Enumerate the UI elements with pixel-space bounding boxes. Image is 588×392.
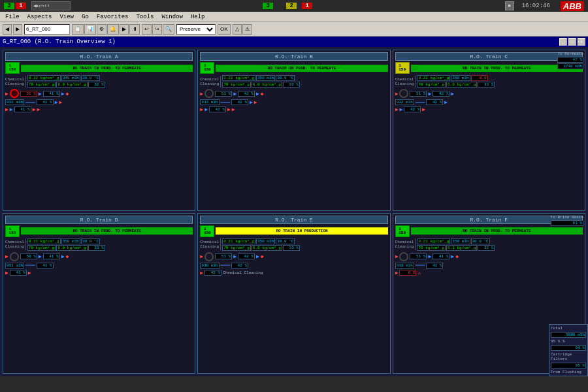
val-F-flow: 933 m3h [395,263,414,269]
path-input[interactable] [24,24,70,35]
val-C-p2: 6.0 kg/cm²_g [446,82,477,88]
pump-row-B-3: ▶ ▶ 42 % ▶ ▶ [200,106,387,112]
valve-A-4: ◆ [65,91,69,97]
chem-clean-C1: ChemicalCleaning [395,77,414,86]
val-A-pump3-pct: 41 % [37,99,54,105]
valve-A-6: ▶ [59,99,63,105]
valve-A-5: ▶ [55,99,58,105]
menu-bar: File Aspects View Go Favorites Tools Win… [0,12,588,22]
train-E-status-row: 1150 RO TRAIN IN PRODUCTION [200,225,387,237]
tool-btn-4[interactable]: 🔔 [107,24,119,35]
val-E-pump-pct: 51 % [215,253,232,259]
tool-btn-2[interactable]: 📊 [84,24,96,35]
valve-B-6: ▶ [254,99,257,105]
tool-btn-6[interactable]: ⏸ [129,24,140,35]
val-B-pump4-pct: 42 % [209,106,226,112]
val-D-pump-pct: 50 % [20,253,37,259]
meas-A-1: 0.22 kg/cm²_g 349 m3h 30.0 °C [27,75,105,81]
train-D-status-row: 1150 RO TRAIN IN PROD. TO PERMEATE [5,225,193,237]
win-close[interactable]: ✕ [578,38,585,46]
train-F-indicator: 1150 [395,225,410,237]
top-badge-bar: 3 1 ◀▶↩↪⬆⬇ 3 2 1 ■ 16:02:46 ABB [0,0,588,12]
nav-buttons: ◀ ▶ [3,24,22,35]
train-D-indicator: 1150 [5,225,20,237]
menu-window[interactable]: Window [160,14,184,20]
val-C-pump3-pct: 42 % [426,99,443,105]
side-C-flow: 1748 m3h [557,63,583,69]
tool-btn-7[interactable]: ↩ [142,24,152,35]
val-A-flow2: 349 m3h [61,75,80,81]
val-A-pump2-pct: 41 % [43,91,60,97]
train-E-panel: R.O. Train E 1150 RO TRAIN IN PRODUCTION… [197,213,390,374]
toolbar-icon-row2: ↩ ↪ 🔍 [142,24,174,35]
meas-col-E: 0.21 kg/cm²_g 350 m3h 30.0 °C 70 kg/cm²_… [222,238,300,251]
cartridge-pct-value: 94 % [551,345,586,351]
flushing-value: 95 % [551,363,586,368]
fwd-button[interactable]: ▶ [13,24,22,35]
val-D-pump3-pct: 41 % [37,263,54,269]
meas-col-A: 0.22 kg/cm²_g 349 m3h 30.0 °C 70 kg/cm²_… [27,75,105,88]
val-C-f1: 0.22 kg/cm²_g [417,75,450,81]
menu-go[interactable]: Go [80,14,90,20]
menu-tools[interactable]: Tools [135,14,155,20]
tool-btn-10[interactable]: △ [233,24,242,35]
train-F-status: RO TRAIN IN PROD. TO PERMEATE [411,227,583,235]
val-C-pump4-pct: 42 % [404,106,421,112]
pump-row-F-1: ▶ 51 % ▶ 41 % ▶ ◆ [395,252,583,261]
back-button[interactable]: ◀ [3,24,12,35]
val-B-p2: 6.0 kg/cm²_g [252,82,282,88]
train-F-side: To Brine Basin 61 % [551,215,583,226]
valve-F-1: ▶ [395,253,399,259]
val-B-pump3-pct: 42 % [231,99,248,105]
val-E-f2: 350 m3h [256,238,275,244]
train-C-title: R.O. Train C [395,52,583,61]
chem-clean-D1: ChemicalCleaning [5,240,24,249]
pump-row-D-3: ▶ 41 % ▶ [5,270,193,276]
tool-btn-9[interactable]: 🔍 [163,24,174,35]
chem-clean-F1: ChemicalCleaning [395,240,414,249]
tool-btn-11[interactable]: ⚠ [242,24,252,35]
train-D-pump-area: ▶ 50 % ▶ 41 % ▶ ◆ 931 m3h ━━━━ 41 % ▶ 41… [5,252,193,276]
tool-btn-1[interactable]: 📋 [72,24,84,35]
valve-D-2: ▶ [39,253,42,259]
train-C-status-row: 1150 RO TRAIN IN PROD. TO PERMEATE [395,62,583,74]
val-E-f1: 0.21 kg/cm²_g [222,238,255,244]
meas-col-D: 0.21 kg/cm²_g 350 m3h 30.0 °C 70 kg/cm²_… [27,238,105,251]
window-title-text: G_RT_000 (R.O. Train Overview 1) [3,39,116,45]
preserve-select[interactable]: Preserve [176,24,216,35]
tool-btn-3[interactable]: ⚙ [97,24,106,35]
meas-C-1: 0.22 kg/cm²_g 350 m3h 0.0 [417,75,495,81]
valve-C-2: ▶ [428,91,431,97]
menu-file[interactable]: File [4,14,21,20]
train-F-pump-area: ▶ 51 % ▶ 41 % ▶ ◆ 933 m3h ━━━━ 41 % ▶ 0 … [395,252,583,276]
train-C-side: To Permeate 47 % 1748 m3h [557,52,583,69]
toolbar-icon-row: 📋 📊 ⚙ 🔔 ▶ ⏸ [72,24,140,35]
pipe-E: ━━━━ [221,263,230,268]
ok-button[interactable]: OK [218,24,231,35]
menu-view[interactable]: View [58,14,75,20]
total-flow-value: 5606 m3h [551,332,586,338]
valve-F-2: ▶ [428,253,431,259]
menu-favorites[interactable]: Favorites [95,14,130,20]
pump-row-E-3: ▶ 42 % Chemical Cleaning [200,270,387,276]
flushing-label: From Flushing [551,370,586,374]
menu-aspects[interactable]: Aspects [26,14,54,20]
train-B-status: RO TRAIN IN PROD. TO PERMEATE [216,65,387,72]
val-A-p2: 6.0 kg/cm²_g [56,82,87,88]
valve-A-10: ▶ [37,106,40,112]
pump-D-1 [10,252,19,261]
train-D-panel: R.O. Train D 1150 RO TRAIN IN PROD. TO P… [3,213,195,374]
win-minimize[interactable]: _ [559,38,567,46]
val-E-p1: 70 kg/cm²_g [222,245,251,251]
menu-help[interactable]: Help [189,14,206,20]
meas-col-C: 0.22 kg/cm²_g 350 m3h 0.0 70 kg/cm²_g 6.… [417,75,495,88]
win-maximize[interactable]: □ [568,38,576,46]
val-B-flow: 932 m3h [200,99,219,105]
meas-col-B: 0.22 kg/cm²_g 350 m3h 30.0 °C 70 kg/cm²_… [222,75,300,88]
scada-main: R.O. Train A 1150 RO TRAIN IN PROD. TO P… [0,47,588,376]
meas-F-1: 0.21 kg/cm²_g 350 m3h 30.0 °C [417,238,495,244]
tool-btn-8[interactable]: ↪ [152,24,162,35]
valve-C-7: ▶ [395,106,399,112]
tool-btn-5[interactable]: ▶ [120,24,129,35]
valve-A-8: ▶ [10,106,13,112]
